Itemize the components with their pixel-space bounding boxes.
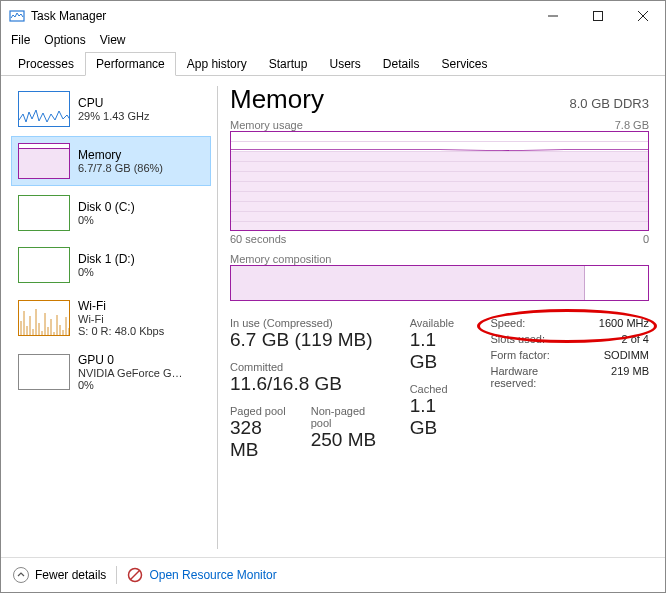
minimize-button[interactable] (530, 1, 575, 31)
sidebar-memory-sub: 6.7/7.8 GB (86%) (78, 162, 163, 174)
sidebar-wifi-sub1: Wi-Fi (78, 313, 164, 325)
tab-bar: Processes Performance App history Startu… (1, 51, 665, 76)
sidebar-gpu-sub: NVIDIA GeForce G… (78, 367, 183, 379)
available-value: 1.1 GB (410, 329, 467, 373)
hardware-details: Speed: 1600 MHz Slots used: 2 of 4 Form … (491, 317, 649, 461)
inuse-value: 6.7 GB (119 MB) (230, 329, 386, 351)
available-label: Available (410, 317, 467, 329)
resource-monitor-icon (127, 567, 143, 583)
tab-processes[interactable]: Processes (7, 52, 85, 76)
tab-app-history[interactable]: App history (176, 52, 258, 76)
tab-performance[interactable]: Performance (85, 52, 176, 76)
disk1-thumbnail (18, 247, 70, 283)
fewer-details-label: Fewer details (35, 568, 106, 582)
maximize-button[interactable] (575, 1, 620, 31)
paged-label: Paged pool (230, 405, 293, 417)
sidebar: CPU 29% 1.43 GHz Memory 6.7/7.8 GB (86%)… (11, 84, 211, 557)
sidebar-disk0-sub: 0% (78, 214, 135, 226)
memory-thumbnail (18, 143, 70, 179)
task-manager-window: Task Manager File Options View Processes… (0, 0, 666, 593)
sidebar-item-memory[interactable]: Memory 6.7/7.8 GB (86%) (11, 136, 211, 186)
window-title: Task Manager (31, 9, 530, 23)
sidebar-item-gpu[interactable]: GPU 0 NVIDIA GeForce G… 0% (11, 346, 211, 398)
sidebar-cpu-title: CPU (78, 96, 150, 110)
speed-value: 1600 MHz (599, 317, 649, 329)
committed-value: 11.6/16.8 GB (230, 373, 386, 395)
open-resource-monitor-label: Open Resource Monitor (149, 568, 276, 582)
nonpaged-value: 250 MB (311, 429, 386, 451)
memory-capacity: 8.0 GB DDR3 (570, 96, 649, 111)
tab-users[interactable]: Users (318, 52, 371, 76)
committed-label: Committed (230, 361, 386, 373)
sidebar-disk1-sub: 0% (78, 266, 135, 278)
svg-rect-2 (593, 12, 602, 21)
sidebar-memory-title: Memory (78, 148, 163, 162)
axis-left: 60 seconds (230, 233, 286, 245)
hw-reserved-label: Hardware reserved: (491, 365, 581, 389)
axis-right: 0 (643, 233, 649, 245)
titlebar: Task Manager (1, 1, 665, 31)
footer: Fewer details Open Resource Monitor (1, 557, 665, 592)
sidebar-wifi-sub2: S: 0 R: 48.0 Kbps (78, 325, 164, 337)
gpu-thumbnail (18, 354, 70, 390)
tab-services[interactable]: Services (431, 52, 499, 76)
open-resource-monitor-button[interactable]: Open Resource Monitor (127, 567, 276, 583)
usage-chart-label: Memory usage (230, 119, 303, 131)
memory-composition-chart (230, 265, 649, 301)
sidebar-disk1-title: Disk 1 (D:) (78, 252, 135, 266)
sidebar-cpu-sub: 29% 1.43 GHz (78, 110, 150, 122)
sidebar-item-cpu[interactable]: CPU 29% 1.43 GHz (11, 84, 211, 134)
close-button[interactable] (620, 1, 665, 31)
menu-file[interactable]: File (11, 33, 30, 47)
app-icon (9, 8, 25, 24)
sidebar-item-wifi[interactable]: Wi-Fi Wi-Fi S: 0 R: 48.0 Kbps (11, 292, 211, 344)
composition-label: Memory composition (230, 253, 331, 265)
tab-details[interactable]: Details (372, 52, 431, 76)
paged-value: 328 MB (230, 417, 293, 461)
cpu-thumbnail (18, 91, 70, 127)
form-label: Form factor: (491, 349, 581, 361)
menubar: File Options View (1, 31, 665, 51)
inuse-label: In use (Compressed) (230, 317, 386, 329)
hw-reserved-value: 219 MB (599, 365, 649, 389)
usage-chart-max: 7.8 GB (615, 119, 649, 131)
memory-usage-chart (230, 131, 649, 231)
menu-view[interactable]: View (100, 33, 126, 47)
disk0-thumbnail (18, 195, 70, 231)
nonpaged-label: Non-paged pool (311, 405, 386, 429)
svg-line-23 (131, 571, 140, 580)
fewer-details-button[interactable]: Fewer details (13, 567, 106, 583)
slots-value: 2 of 4 (599, 333, 649, 345)
wifi-thumbnail (18, 300, 70, 336)
sidebar-gpu-title: GPU 0 (78, 353, 183, 367)
menu-options[interactable]: Options (44, 33, 85, 47)
cached-label: Cached (410, 383, 467, 395)
sidebar-gpu-sub2: 0% (78, 379, 183, 391)
cached-value: 1.1 GB (410, 395, 467, 439)
sidebar-item-disk0[interactable]: Disk 0 (C:) 0% (11, 188, 211, 238)
main-panel: Memory 8.0 GB DDR3 Memory usage 7.8 GB 6… (230, 84, 655, 557)
form-value: SODIMM (599, 349, 649, 361)
page-title: Memory (230, 84, 324, 115)
chevron-up-icon (13, 567, 29, 583)
sidebar-disk0-title: Disk 0 (C:) (78, 200, 135, 214)
tab-startup[interactable]: Startup (258, 52, 319, 76)
sidebar-item-disk1[interactable]: Disk 1 (D:) 0% (11, 240, 211, 290)
sidebar-wifi-title: Wi-Fi (78, 299, 164, 313)
speed-label: Speed: (491, 317, 581, 329)
vertical-divider (217, 86, 218, 549)
stats-grid: In use (Compressed) 6.7 GB (119 MB) Comm… (230, 317, 649, 461)
footer-separator (116, 566, 117, 584)
slots-label: Slots used: (491, 333, 581, 345)
